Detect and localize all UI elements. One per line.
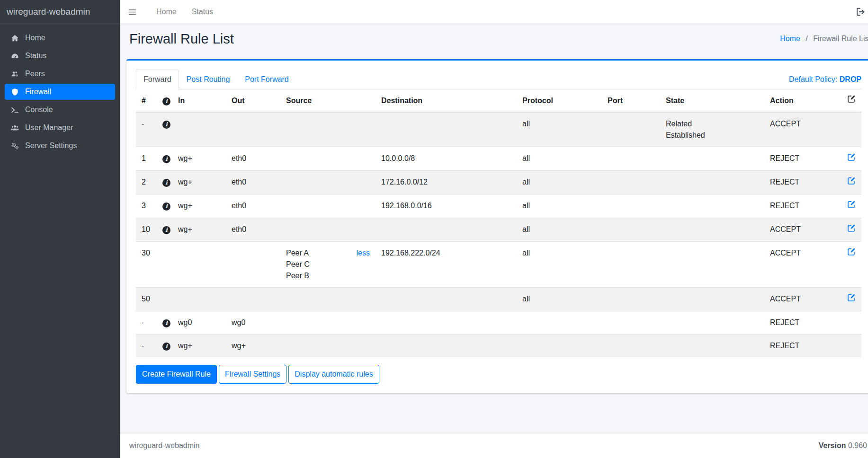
rule-out: eth0 [226, 218, 280, 242]
rule-state [660, 147, 764, 171]
rule-info-cell [157, 288, 172, 311]
rule-port [602, 112, 660, 147]
rule-state [660, 335, 764, 358]
edit-icon[interactable] [847, 247, 856, 256]
rule-in [172, 112, 226, 147]
create-firewall-rule-button[interactable]: Create Firewall Rule [136, 365, 217, 384]
rule-destination: 10.0.0.0/8 [376, 147, 517, 171]
rule-port [602, 194, 660, 218]
sidebar-menu: Home Status Peers Firewall Console User … [0, 24, 120, 154]
rule-in: wg+ [172, 335, 226, 358]
firewall-rule-row: 50 all ACCEPT [136, 288, 861, 311]
users-cog-icon [9, 70, 20, 78]
topnav-link-home[interactable]: Home [152, 4, 180, 20]
rule-state [660, 242, 764, 288]
col-header-action: Action [764, 89, 841, 112]
sidebar-item-firewall[interactable]: Firewall [5, 84, 115, 100]
sidebar-item-console[interactable]: Console [5, 102, 115, 118]
rule-in: wg+ [172, 171, 226, 194]
rule-in: wg0 [172, 311, 226, 335]
sidebar-item-user-manager[interactable]: User Manager [5, 120, 115, 136]
edit-icon[interactable] [847, 200, 856, 209]
rule-out: eth0 [226, 194, 280, 218]
rule-state [660, 311, 764, 335]
col-header-port: Port [602, 89, 660, 112]
rule-protocol: all [517, 242, 602, 288]
edit-icon[interactable] [847, 153, 856, 161]
rule-action: REJECT [764, 335, 841, 358]
footer-version: Version 0.960 [819, 441, 867, 450]
topnav-link-status[interactable]: Status [188, 4, 217, 20]
info-icon[interactable] [162, 226, 170, 234]
firewall-rule-row: - wg+ wg+ REJECT [136, 335, 861, 358]
rule-source [280, 112, 376, 147]
menu-toggle-icon[interactable] [128, 8, 140, 17]
edit-icon[interactable] [847, 176, 856, 185]
tab-post-routing[interactable]: Post Routing [179, 70, 238, 89]
tab-forward[interactable]: Forward [136, 70, 179, 89]
info-icon[interactable] [162, 179, 170, 187]
rule-source [280, 335, 376, 358]
rule-protocol: all [517, 171, 602, 194]
info-icon[interactable] [162, 155, 170, 163]
rule-protocol: all [517, 112, 602, 147]
edit-icon[interactable] [847, 224, 856, 232]
display-automatic-rules-button[interactable]: Display automatic rules [288, 365, 379, 384]
rule-number: 3 [136, 194, 157, 218]
sign-out-icon[interactable] [856, 7, 865, 17]
rule-edit-cell [841, 288, 861, 311]
source-peer: Peer B [286, 270, 310, 282]
terminal-icon [9, 106, 20, 114]
rule-protocol: all [517, 218, 602, 242]
rule-destination [376, 218, 517, 242]
rule-port [602, 288, 660, 311]
col-header-edit [841, 89, 861, 112]
rule-protocol: all [517, 147, 602, 171]
rule-action: ACCEPT [764, 218, 841, 242]
firewall-rule-row: - all RelatedEstablished ACCEPT [136, 112, 861, 147]
rule-number: - [136, 311, 157, 335]
tab-port-forward[interactable]: Port Forward [237, 70, 296, 89]
rule-edit-cell [841, 171, 861, 194]
firewall-rules-table: # In Out Source Destination Protocol Por… [136, 89, 861, 357]
brand-link[interactable]: wireguard-webadmin [0, 0, 120, 24]
info-icon[interactable] [162, 203, 170, 211]
content-header: Firewall Rule List Home / Firewall Rule … [120, 24, 868, 52]
sidebar-item-home[interactable]: Home [5, 30, 115, 46]
rule-info-cell [157, 242, 172, 288]
rule-destination: 192.168.0.0/16 [376, 194, 517, 218]
tachometer-icon [9, 52, 20, 60]
rule-number: - [136, 335, 157, 358]
rule-in [172, 288, 226, 311]
sidebar-item-peers[interactable]: Peers [5, 66, 115, 82]
source-less-link[interactable]: less [357, 247, 370, 259]
rule-out: wg+ [226, 335, 280, 358]
tab-bar: ForwardPost RoutingPort Forward Default … [136, 70, 861, 89]
rule-out: wg0 [226, 311, 280, 335]
info-icon[interactable] [162, 97, 170, 106]
rule-destination [376, 112, 517, 147]
breadcrumb-home-link[interactable]: Home [780, 35, 800, 43]
edit-icon[interactable] [847, 95, 856, 103]
rule-source [280, 171, 376, 194]
rule-port [602, 218, 660, 242]
col-header-out: Out [226, 89, 280, 112]
state-value: Related [666, 118, 759, 130]
rule-info-cell [157, 218, 172, 242]
rule-edit-cell [841, 311, 861, 335]
brand-label: wireguard-webadmin [7, 7, 90, 17]
topnav-links: HomeStatus [152, 4, 224, 20]
info-icon[interactable] [162, 319, 170, 327]
info-icon[interactable] [162, 121, 170, 129]
page-title: Firewall Rule List [129, 31, 234, 47]
rule-port [602, 335, 660, 358]
rule-out: eth0 [226, 171, 280, 194]
firewall-settings-button[interactable]: Firewall Settings [219, 365, 286, 384]
edit-icon[interactable] [847, 293, 856, 302]
rule-protocol [517, 311, 602, 335]
sidebar-item-status[interactable]: Status [5, 48, 115, 64]
sidebar-item-server-settings[interactable]: Server Settings [5, 138, 115, 154]
info-icon[interactable] [162, 343, 170, 351]
rule-action: REJECT [764, 147, 841, 171]
rule-destination: 192.168.222.0/24 [376, 242, 517, 288]
